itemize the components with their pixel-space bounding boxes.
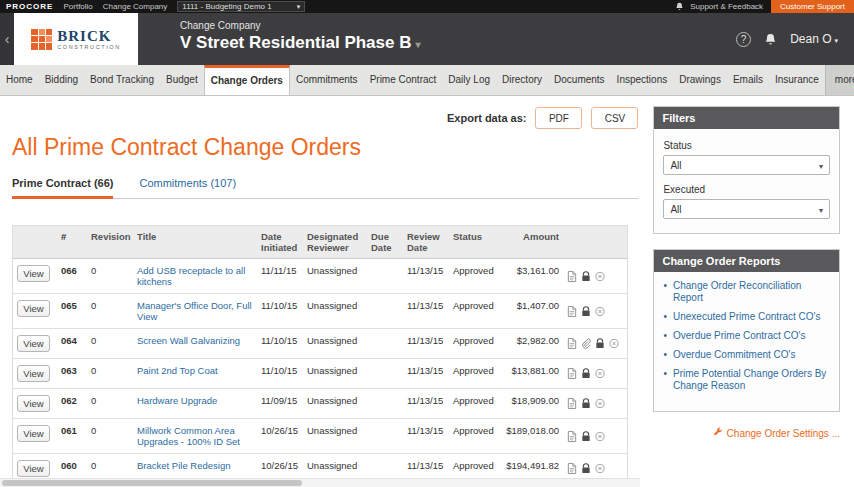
co-title-link[interactable]: Screen Wall Galvanizing [137,335,240,346]
co-revision: 0 [87,389,133,418]
delete-icon[interactable] [595,306,605,317]
delete-icon[interactable] [609,338,619,349]
co-status: Approved [449,294,495,328]
view-button[interactable]: View [17,460,50,477]
nav-tab-bond-tracking[interactable]: Bond Tracking [84,65,160,95]
portfolio-link[interactable]: Portfolio [63,2,92,11]
back-chevron-icon[interactable] [0,13,14,65]
support-feedback-link[interactable]: Support & Feedback [690,2,763,11]
nav-tab-emails[interactable]: Emails [727,65,769,95]
lock-icon[interactable] [581,306,591,317]
co-designated-reviewer: Unassigned [303,389,367,418]
co-title-link[interactable]: Bracket Pile Redesign [137,460,230,471]
nav-tab-budget[interactable]: Budget [160,65,204,95]
subtab-commitments[interactable]: Commitments (107) [139,177,236,198]
bell-icon[interactable] [764,33,777,46]
co-designated-reviewer: Unassigned [303,259,367,293]
report-link-item: Prime Potential Change Orders By Change … [663,368,830,392]
pdf-icon[interactable] [567,306,577,317]
header-title: Title [133,226,257,258]
user-menu[interactable]: Dean O [790,32,838,46]
procore-logo[interactable]: PROCORE [6,2,53,11]
co-title-link[interactable]: Add USB receptacle to all kitchens [137,265,245,287]
co-row-icons [563,389,625,418]
report-link[interactable]: Overdue Prime Contract CO's [673,330,806,342]
delete-icon[interactable] [595,463,605,474]
view-button[interactable]: View [17,300,50,317]
change-order-settings-link[interactable]: Change Order Settings ... [653,427,840,439]
header-review-date: Review Date [403,226,449,258]
lock-icon[interactable] [581,463,591,474]
report-link[interactable]: Change Order Reconciliation Report [673,280,830,304]
nav-tab-documents[interactable]: Documents [548,65,611,95]
nav-tab-prime-contract[interactable]: Prime Contract [364,65,443,95]
more-tools-button[interactable]: more tools [825,65,854,95]
lock-icon[interactable] [581,398,591,409]
notification-bell-icon[interactable] [675,2,684,11]
table-row: View0650Manager's Office Door, Full View… [13,294,627,329]
lock-icon[interactable] [581,431,591,442]
export-pdf-button[interactable]: PDF [535,107,582,129]
view-button[interactable]: View [17,425,50,442]
status-filter-dropdown[interactable]: All [663,155,830,175]
pdf-icon[interactable] [567,368,577,379]
delete-icon[interactable] [595,271,605,282]
lock-icon[interactable] [595,338,605,349]
status-filter-label: Status [663,140,830,151]
customer-support-button[interactable]: Customer Support [771,0,854,13]
report-link[interactable]: Unexecuted Prime Contract CO's [673,311,821,323]
lock-icon[interactable] [581,368,591,379]
executed-filter-dropdown[interactable]: All [663,199,830,219]
user-name: Dean O [790,32,831,46]
nav-tab-home[interactable]: Home [0,65,39,95]
report-link[interactable]: Overdue Commitment CO's [673,349,796,361]
company-logo[interactable]: BRICK CONSTRUCTION [14,13,138,65]
pdf-icon[interactable] [567,338,577,349]
delete-icon[interactable] [595,368,605,379]
delete-icon[interactable] [595,398,605,409]
lock-icon[interactable] [581,271,591,282]
help-icon[interactable] [736,32,751,47]
nav-tab-insurance[interactable]: Insurance [769,65,825,95]
co-title-link[interactable]: Millwork Common Area Upgrades - 100% ID … [137,425,240,447]
co-row-icons [563,329,625,358]
view-button[interactable]: View [17,335,50,352]
view-button[interactable]: View [17,265,50,282]
report-link-item: Overdue Prime Contract CO's [663,330,830,342]
more-tools-label: more tools [835,74,854,85]
co-status: Approved [449,329,495,358]
pdf-icon[interactable] [567,398,577,409]
co-designated-reviewer: Unassigned [303,359,367,388]
co-title-link[interactable]: Manager's Office Door, Full View [137,300,252,322]
chevron-down-icon [819,160,823,171]
report-link-item: Overdue Commitment CO's [663,349,830,361]
nav-tab-drawings[interactable]: Drawings [673,65,727,95]
co-title-link[interactable]: Paint 2nd Top Coat [137,365,218,376]
nav-tab-bidding[interactable]: Bidding [39,65,84,95]
change-company-link[interactable]: Change Company [103,2,167,11]
subtab-prime-contract[interactable]: Prime Contract (66) [12,177,113,199]
pdf-icon[interactable] [567,431,577,442]
view-button[interactable]: View [17,365,50,382]
nav-tab-commitments[interactable]: Commitments [290,65,364,95]
report-link[interactable]: Prime Potential Change Orders By Change … [673,368,830,392]
pdf-icon[interactable] [567,463,577,474]
nav-tab-daily-log[interactable]: Daily Log [442,65,496,95]
paperclip-icon[interactable] [581,338,591,349]
export-csv-button[interactable]: CSV [591,107,638,129]
project-selector-dropdown[interactable]: 1111 - Budgeting Demo 1 [177,1,305,12]
co-review-date: 11/13/15 [403,329,449,358]
horizontal-scrollbar-thumb[interactable] [2,480,302,486]
project-title-dropdown[interactable]: V Street Residential Phase B [180,33,421,53]
co-title-link[interactable]: Hardware Upgrade [137,395,217,406]
nav-tab-change-orders[interactable]: Change Orders [204,65,290,95]
co-due-date [367,294,403,328]
pdf-icon[interactable] [567,271,577,282]
horizontal-scrollbar[interactable] [0,478,640,487]
view-button[interactable]: View [17,395,50,412]
header-amount: Amount [495,226,563,258]
nav-tab-inspections[interactable]: Inspections [611,65,674,95]
nav-tab-directory[interactable]: Directory [496,65,548,95]
co-date-initiated: 11/10/15 [257,329,303,358]
delete-icon[interactable] [595,431,605,442]
